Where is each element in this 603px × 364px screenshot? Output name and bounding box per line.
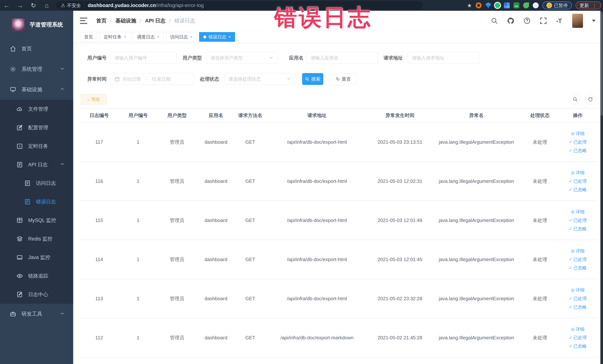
browser-reload-button[interactable]: ↻ [27, 2, 40, 9]
page-scrollbar[interactable] [600, 11, 603, 364]
user-id-input[interactable] [115, 55, 172, 61]
sidebar-item-log-center[interactable]: 日志中心 [0, 285, 73, 304]
search-icon[interactable] [491, 17, 498, 24]
refresh-button[interactable] [585, 94, 596, 105]
scrollbar-thumb[interactable] [601, 12, 603, 116]
check-icon: ✓ [569, 305, 572, 309]
tab-schedule-log[interactable]: 调度日志× [133, 32, 164, 42]
search-button[interactable]: 搜索 [302, 73, 323, 85]
reset-button[interactable]: ↻ 重置 [330, 73, 357, 85]
action-detail-link[interactable]: ◎详细 [571, 209, 584, 215]
exception-time-range-picker[interactable]: 开始日期 - 结束日期 [110, 73, 194, 85]
close-icon[interactable]: × [157, 35, 159, 39]
bookmark-star-icon[interactable]: ★ [467, 2, 472, 9]
process-status-select[interactable]: 请选择处理状态 [224, 73, 295, 85]
font-size-icon[interactable]: T [556, 17, 563, 24]
gear-icon [9, 65, 17, 73]
browser-update-button[interactable]: 更新 ⋮ [576, 1, 601, 9]
close-icon[interactable]: × [229, 35, 231, 39]
sidebar-item-scheduled-jobs[interactable]: 定时任务 [0, 137, 73, 155]
action-detail-link[interactable]: ◎详细 [571, 326, 584, 332]
close-icon[interactable]: × [190, 35, 193, 39]
action-ignored-link[interactable]: ✓已忽略 [569, 265, 587, 271]
request-url-input[interactable] [412, 55, 475, 61]
action-done-link[interactable]: ✓已处理 [569, 217, 587, 223]
action-label: 已忽略 [573, 226, 587, 232]
action-done-link[interactable]: ✓已处理 [569, 139, 587, 145]
user-id-cell: 1 [119, 296, 158, 302]
extension-green-icon[interactable] [495, 3, 500, 8]
tab-access-log[interactable]: 访问日志× [166, 32, 197, 42]
extension-leaf-icon[interactable] [523, 2, 529, 8]
export-button[interactable]: ↓ 导出 [81, 94, 107, 105]
extensions-puzzle-icon[interactable] [533, 2, 539, 8]
sidebar-item-infrastructure[interactable]: 基础设施 [0, 79, 73, 100]
tab-scheduled-jobs[interactable]: 定时任务× [100, 32, 130, 42]
extension-orange-icon[interactable] [476, 2, 482, 8]
browser-menu-dots-icon[interactable]: ⋮ [592, 2, 597, 9]
sidebar-item-file-mgmt[interactable]: 文件管理 [0, 100, 73, 118]
action-detail-link[interactable]: ◎详细 [571, 130, 584, 137]
omnibox-divider [84, 3, 84, 8]
sidebar-item-trace[interactable]: 链路追踪 [0, 267, 73, 285]
check-icon: ✓ [569, 296, 572, 301]
toggle-search-button[interactable] [570, 94, 580, 105]
browser-forward-button[interactable]: → [13, 2, 27, 9]
action-done-link[interactable]: ✓已处理 [569, 335, 587, 341]
user-type-select[interactable]: 请选择用户类型 [206, 52, 278, 64]
tab-home[interactable]: 首页 [80, 32, 97, 42]
breadcrumb-item[interactable]: 首页 [96, 17, 107, 24]
action-ignored-link[interactable]: ✓已忽略 [569, 226, 587, 232]
sidebar-item-dev-tools[interactable]: 研发工具 [0, 304, 73, 324]
action-done-link[interactable]: ✓已处理 [569, 178, 587, 184]
action-detail-link[interactable]: ◎详细 [571, 287, 584, 293]
tab-error-log[interactable]: 错误日志× [199, 32, 235, 42]
browser-back-button[interactable]: ← [0, 2, 13, 9]
sidebar-item-system-mgmt[interactable]: 系统管理 [0, 59, 73, 79]
action-done-link[interactable]: ✓已处理 [569, 295, 587, 302]
action-detail-link[interactable]: ◎详细 [571, 170, 584, 176]
fullscreen-icon[interactable] [540, 17, 547, 24]
help-icon[interactable] [523, 17, 531, 24]
sidebar-item-access-log[interactable]: 访问日志 [0, 174, 73, 192]
check-icon: ✓ [569, 140, 572, 144]
breadcrumb-item[interactable]: 基础设施 [116, 17, 136, 24]
action-done-link[interactable]: ✓已处理 [569, 257, 587, 262]
status-cell: 未处理 [522, 178, 558, 185]
user-type-cell: 管理员 [158, 295, 197, 302]
chevron-up-icon [60, 162, 65, 168]
time-cell: 2021-05-03 12:02:31 [369, 178, 431, 184]
action-ignored-link[interactable]: ✓已忽略 [569, 304, 587, 310]
extension-grid-icon[interactable] [504, 2, 510, 8]
app-name-input[interactable] [311, 55, 374, 61]
action-ignored-link[interactable]: ✓已忽略 [569, 148, 587, 153]
action-ignored-link[interactable]: ✓已忽略 [569, 343, 587, 349]
hamburger-menu-icon[interactable] [80, 18, 87, 24]
avatar-caret-down-icon[interactable] [592, 20, 596, 22]
sidebar-item-error-log[interactable]: 错误日志 [0, 192, 73, 211]
sidebar-item-mysql-monitor[interactable]: MySQL 监控 [0, 211, 73, 230]
extension-paused-pill[interactable]: ☺ 已暂停 [542, 1, 572, 9]
github-icon[interactable] [507, 17, 514, 24]
breadcrumb-item[interactable]: API 日志 [145, 17, 165, 24]
sidebar-item-label: 日志中心 [28, 291, 48, 298]
url-host: dashboard.yudao.iocoder.cn [88, 3, 156, 8]
doc-icon [16, 161, 23, 168]
action-ignored-link[interactable]: ✓已忽略 [569, 187, 587, 193]
user-type-placeholder: 请选择用户类型 [210, 55, 243, 61]
sidebar-item-java-monitor[interactable]: Java 监控 [0, 248, 73, 267]
action-label: 详细 [576, 170, 585, 176]
sidebar-item-api-log[interactable]: API 日志 [0, 155, 73, 174]
browser-home-button[interactable]: ⌂ [40, 2, 53, 9]
close-icon[interactable]: × [124, 35, 126, 39]
sidebar-item-config-mgmt[interactable]: 配置管理 [0, 118, 73, 137]
action-detail-link[interactable]: ◎详细 [571, 248, 584, 254]
sidebar-item-home[interactable]: 首页 [0, 39, 73, 59]
user-id-cell: 1 [119, 178, 158, 184]
extension-on-badge-icon[interactable] [513, 2, 519, 8]
insecure-label[interactable]: 不安全 [67, 2, 81, 9]
app-logo-row[interactable]: 芋道管理系统 [0, 11, 73, 39]
sidebar-item-redis-monitor[interactable]: Redis 监控 [0, 230, 73, 248]
user-avatar[interactable] [572, 14, 583, 28]
extension-shield-icon[interactable] [485, 2, 491, 8]
